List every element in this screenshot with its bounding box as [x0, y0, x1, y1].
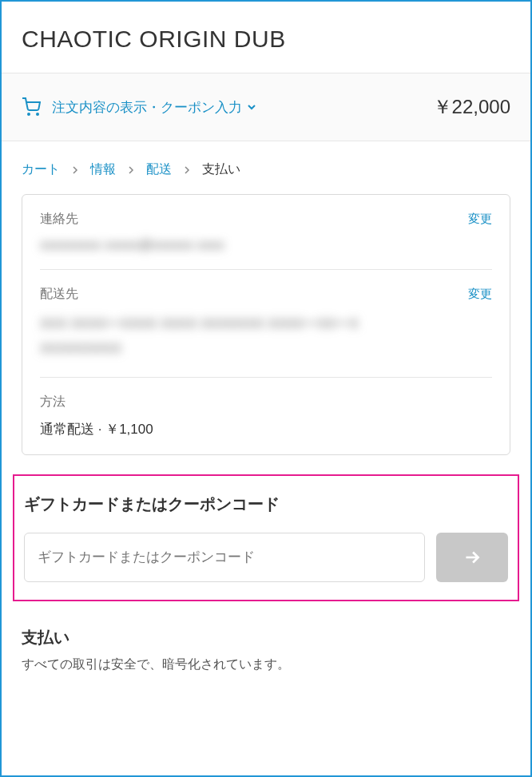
coupon-input-row	[24, 533, 508, 582]
coupon-input[interactable]	[24, 533, 425, 582]
review-contact: 連絡先 変更 xxxxxxxxx xxxxx@xxxxxx xxxx	[40, 195, 492, 270]
review-method: 方法 通常配送 · ￥1,100	[40, 378, 492, 454]
svg-point-0	[28, 113, 30, 115]
payment-subtitle: すべての取引は安全で、暗号化されています。	[22, 656, 510, 673]
chevron-right-icon	[71, 166, 79, 174]
contact-value: xxxxxxxxx xxxxx@xxxxxx xxxx	[40, 237, 492, 253]
breadcrumb: カート 情報 配送 支払い	[2, 141, 530, 194]
price-total: ￥22,000	[433, 94, 510, 120]
apply-coupon-button[interactable]	[436, 533, 508, 582]
cart-icon	[22, 97, 41, 117]
coupon-section: ギフトカードまたはクーポンコード	[13, 474, 519, 601]
breadcrumb-shipping[interactable]: 配送	[146, 161, 172, 178]
shipping-label: 配送先	[40, 286, 78, 303]
shipping-value: XXX XXXXーXXXX XXXX XXXXXXX XXXXーXXーX XXX…	[40, 312, 492, 361]
breadcrumb-info[interactable]: 情報	[90, 161, 116, 178]
payment-title: 支払い	[22, 627, 510, 648]
payment-section: 支払い すべての取引は安全で、暗号化されています。	[2, 614, 530, 686]
brand-title: CHAOTIC ORIGIN DUB	[22, 26, 510, 53]
header: CHAOTIC ORIGIN DUB	[2, 2, 530, 73]
chevron-right-icon	[183, 166, 191, 174]
order-summary-toggle[interactable]: 注文内容の表示・クーポン入力 ￥22,000	[2, 73, 530, 141]
contact-label: 連絡先	[40, 211, 78, 228]
change-shipping-link[interactable]: 変更	[468, 287, 492, 302]
review-box: 連絡先 変更 xxxxxxxxx xxxxx@xxxxxx xxxx 配送先 変…	[22, 194, 510, 455]
chevron-right-icon	[127, 166, 135, 174]
svg-point-1	[37, 113, 38, 115]
order-summary-left: 注文内容の表示・クーポン入力	[22, 97, 256, 117]
breadcrumb-cart[interactable]: カート	[22, 161, 60, 178]
order-summary-text: 注文内容の表示・クーポン入力	[52, 98, 256, 117]
review-shipping-address: 配送先 変更 XXX XXXXーXXXX XXXX XXXXXXX XXXXーX…	[40, 270, 492, 378]
arrow-right-icon	[462, 547, 482, 568]
breadcrumb-payment: 支払い	[202, 161, 240, 178]
method-label: 方法	[40, 394, 66, 410]
chevron-down-icon	[247, 102, 256, 112]
order-summary-label: 注文内容の表示・クーポン入力	[52, 98, 242, 117]
coupon-title: ギフトカードまたはクーポンコード	[24, 494, 508, 515]
method-value: 通常配送 · ￥1,100	[40, 420, 492, 438]
change-contact-link[interactable]: 変更	[468, 212, 492, 227]
